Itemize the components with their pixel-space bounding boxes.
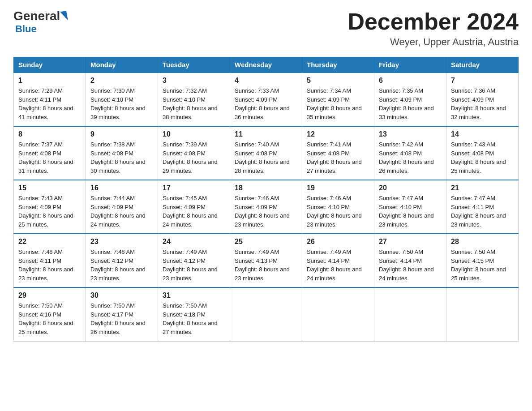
calendar-cell: 1Sunrise: 7:29 AMSunset: 4:11 PMDaylight…	[14, 73, 86, 126]
day-info: Sunrise: 7:44 AMSunset: 4:09 PMDaylight:…	[90, 194, 153, 229]
day-number: 30	[90, 291, 153, 300]
calendar-cell: 24Sunrise: 7:49 AMSunset: 4:12 PMDayligh…	[158, 234, 230, 287]
calendar-cell: 14Sunrise: 7:43 AMSunset: 4:08 PMDayligh…	[446, 126, 519, 180]
column-header-wednesday: Wednesday	[230, 57, 302, 73]
day-info: Sunrise: 7:34 AMSunset: 4:09 PMDaylight:…	[307, 86, 369, 121]
day-info: Sunrise: 7:49 AMSunset: 4:14 PMDaylight:…	[307, 248, 369, 283]
day-number: 7	[451, 77, 514, 85]
calendar-cell: 3Sunrise: 7:32 AMSunset: 4:10 PMDaylight…	[158, 73, 230, 126]
week-row-5: 29Sunrise: 7:50 AMSunset: 4:16 PMDayligh…	[14, 287, 519, 341]
calendar-cell: 16Sunrise: 7:44 AMSunset: 4:09 PMDayligh…	[86, 180, 158, 234]
column-header-friday: Friday	[374, 57, 446, 73]
calendar-cell	[374, 287, 446, 341]
logo-triangle-icon	[60, 11, 68, 21]
day-info: Sunrise: 7:50 AMSunset: 4:17 PMDaylight:…	[90, 301, 153, 336]
day-number: 1	[18, 77, 81, 85]
day-number: 25	[235, 238, 297, 246]
calendar-cell: 7Sunrise: 7:36 AMSunset: 4:09 PMDaylight…	[446, 73, 519, 126]
calendar-cell: 21Sunrise: 7:47 AMSunset: 4:11 PMDayligh…	[446, 180, 519, 234]
week-row-1: 1Sunrise: 7:29 AMSunset: 4:11 PMDaylight…	[14, 73, 519, 126]
day-number: 27	[379, 238, 442, 246]
calendar-cell	[230, 287, 302, 341]
location-title: Weyer, Upper Austria, Austria	[348, 36, 519, 48]
day-info: Sunrise: 7:43 AMSunset: 4:09 PMDaylight:…	[18, 194, 81, 229]
day-info: Sunrise: 7:47 AMSunset: 4:11 PMDaylight:…	[451, 194, 514, 229]
day-info: Sunrise: 7:49 AMSunset: 4:13 PMDaylight:…	[235, 248, 297, 283]
day-info: Sunrise: 7:50 AMSunset: 4:16 PMDaylight:…	[18, 301, 81, 336]
calendar-cell: 28Sunrise: 7:50 AMSunset: 4:15 PMDayligh…	[446, 234, 519, 287]
day-number: 31	[163, 291, 225, 300]
calendar-cell: 26Sunrise: 7:49 AMSunset: 4:14 PMDayligh…	[302, 234, 374, 287]
day-number: 21	[451, 184, 514, 192]
day-number: 15	[18, 184, 81, 192]
week-row-2: 8Sunrise: 7:37 AMSunset: 4:08 PMDaylight…	[14, 126, 519, 180]
day-info: Sunrise: 7:48 AMSunset: 4:11 PMDaylight:…	[18, 248, 81, 283]
day-number: 14	[451, 130, 514, 138]
day-info: Sunrise: 7:46 AMSunset: 4:10 PMDaylight:…	[307, 194, 369, 229]
calendar-cell	[446, 287, 519, 341]
day-info: Sunrise: 7:38 AMSunset: 4:08 PMDaylight:…	[90, 140, 153, 175]
calendar-cell: 11Sunrise: 7:40 AMSunset: 4:08 PMDayligh…	[230, 126, 302, 180]
calendar-cell	[302, 287, 374, 341]
day-info: Sunrise: 7:32 AMSunset: 4:10 PMDaylight:…	[163, 86, 225, 121]
calendar-cell: 19Sunrise: 7:46 AMSunset: 4:10 PMDayligh…	[302, 180, 374, 234]
day-info: Sunrise: 7:35 AMSunset: 4:09 PMDaylight:…	[379, 86, 442, 121]
day-number: 16	[90, 184, 153, 192]
calendar-cell: 8Sunrise: 7:37 AMSunset: 4:08 PMDaylight…	[14, 126, 86, 180]
logo-subtitle: Blue	[15, 23, 37, 35]
day-number: 10	[163, 130, 225, 138]
day-info: Sunrise: 7:36 AMSunset: 4:09 PMDaylight:…	[451, 86, 514, 121]
calendar-cell: 2Sunrise: 7:30 AMSunset: 4:10 PMDaylight…	[86, 73, 158, 126]
day-number: 5	[307, 77, 369, 85]
day-info: Sunrise: 7:45 AMSunset: 4:09 PMDaylight:…	[163, 194, 225, 229]
day-number: 13	[379, 130, 442, 138]
day-info: Sunrise: 7:50 AMSunset: 4:18 PMDaylight:…	[163, 301, 225, 336]
day-number: 29	[18, 291, 81, 300]
day-info: Sunrise: 7:41 AMSunset: 4:08 PMDaylight:…	[307, 140, 369, 175]
column-header-sunday: Sunday	[14, 57, 86, 73]
day-info: Sunrise: 7:49 AMSunset: 4:12 PMDaylight:…	[163, 248, 225, 283]
calendar-cell: 27Sunrise: 7:50 AMSunset: 4:14 PMDayligh…	[374, 234, 446, 287]
day-number: 12	[307, 130, 369, 138]
page-header: General Blue December 2024 Weyer, Upper …	[13, 9, 519, 48]
calendar-cell: 13Sunrise: 7:42 AMSunset: 4:08 PMDayligh…	[374, 126, 446, 180]
day-info: Sunrise: 7:46 AMSunset: 4:09 PMDaylight:…	[235, 194, 297, 229]
day-number: 22	[18, 238, 81, 246]
day-number: 6	[379, 77, 442, 85]
calendar-cell: 6Sunrise: 7:35 AMSunset: 4:09 PMDaylight…	[374, 73, 446, 126]
day-number: 18	[235, 184, 297, 192]
day-number: 4	[235, 77, 297, 85]
column-header-thursday: Thursday	[302, 57, 374, 73]
calendar-cell: 18Sunrise: 7:46 AMSunset: 4:09 PMDayligh…	[230, 180, 302, 234]
calendar-cell: 29Sunrise: 7:50 AMSunset: 4:16 PMDayligh…	[14, 287, 86, 341]
column-header-saturday: Saturday	[446, 57, 519, 73]
day-number: 19	[307, 184, 369, 192]
logo-general-text: General	[13, 9, 60, 23]
day-info: Sunrise: 7:47 AMSunset: 4:10 PMDaylight:…	[379, 194, 442, 229]
day-number: 26	[307, 238, 369, 246]
day-info: Sunrise: 7:40 AMSunset: 4:08 PMDaylight:…	[235, 140, 297, 175]
column-header-monday: Monday	[86, 57, 158, 73]
calendar-cell: 15Sunrise: 7:43 AMSunset: 4:09 PMDayligh…	[14, 180, 86, 234]
calendar-cell: 4Sunrise: 7:33 AMSunset: 4:09 PMDaylight…	[230, 73, 302, 126]
day-number: 28	[451, 238, 514, 246]
day-number: 20	[379, 184, 442, 192]
week-row-3: 15Sunrise: 7:43 AMSunset: 4:09 PMDayligh…	[14, 180, 519, 234]
calendar-table: SundayMondayTuesdayWednesdayThursdayFrid…	[13, 57, 519, 342]
day-number: 24	[163, 238, 225, 246]
day-info: Sunrise: 7:43 AMSunset: 4:08 PMDaylight:…	[451, 140, 514, 175]
calendar-cell: 22Sunrise: 7:48 AMSunset: 4:11 PMDayligh…	[14, 234, 86, 287]
day-number: 8	[18, 130, 81, 138]
column-header-tuesday: Tuesday	[158, 57, 230, 73]
calendar-cell: 25Sunrise: 7:49 AMSunset: 4:13 PMDayligh…	[230, 234, 302, 287]
calendar-cell: 23Sunrise: 7:48 AMSunset: 4:12 PMDayligh…	[86, 234, 158, 287]
day-number: 11	[235, 130, 297, 138]
day-number: 17	[163, 184, 225, 192]
week-row-4: 22Sunrise: 7:48 AMSunset: 4:11 PMDayligh…	[14, 234, 519, 287]
day-info: Sunrise: 7:39 AMSunset: 4:08 PMDaylight:…	[163, 140, 225, 175]
calendar-cell: 31Sunrise: 7:50 AMSunset: 4:18 PMDayligh…	[158, 287, 230, 341]
calendar-header-row: SundayMondayTuesdayWednesdayThursdayFrid…	[14, 57, 519, 73]
day-info: Sunrise: 7:30 AMSunset: 4:10 PMDaylight:…	[90, 86, 153, 121]
month-title: December 2024	[348, 9, 519, 34]
day-info: Sunrise: 7:42 AMSunset: 4:08 PMDaylight:…	[379, 140, 442, 175]
